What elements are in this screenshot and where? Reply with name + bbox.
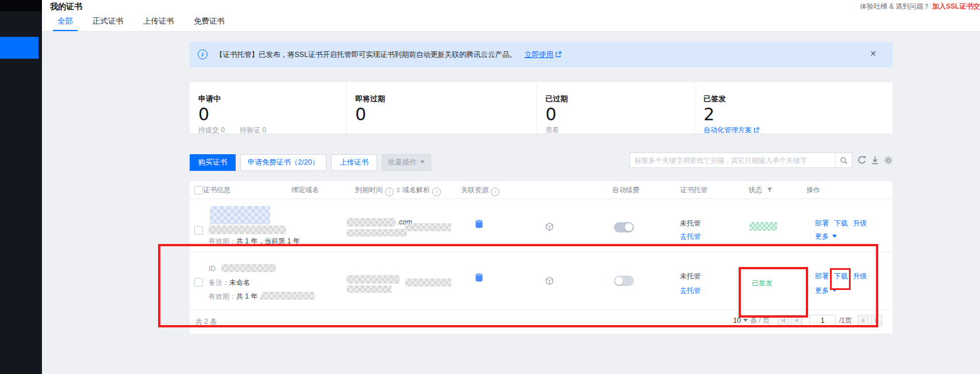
last-page-button[interactable] <box>871 315 882 326</box>
info-icon[interactable]: i <box>491 188 499 196</box>
tab-uploaded-certs[interactable]: 上传证书 <box>143 13 174 31</box>
auto-renew-toggle[interactable] <box>614 222 634 232</box>
sidebar-item-active[interactable] <box>0 37 39 59</box>
download-icon[interactable] <box>870 155 880 165</box>
ssl-console-page: 我的证书 体验吐槽 & 遇到问题？ 加入SSL证书交流 全部 正式证书 上传证书… <box>0 0 980 374</box>
stat-value: 2 <box>704 105 893 124</box>
next-page-button[interactable] <box>858 315 869 326</box>
more-link[interactable]: 更多 <box>815 232 837 241</box>
auto-renew-toggle[interactable] <box>614 276 634 286</box>
remark-value: 未命名 <box>229 278 250 287</box>
cert-id-line: ID <box>209 265 216 273</box>
validity-value: 共 1 年，当前第 1 年 <box>236 237 300 245</box>
feedback-bar: 体验吐槽 & 遇到问题？ 加入SSL证书交流 <box>860 2 980 12</box>
sort-icon[interactable] <box>397 187 400 193</box>
status-badge: 已签发 <box>752 279 773 288</box>
dns-record-icon[interactable] <box>475 272 483 283</box>
tab-all[interactable]: 全部 <box>57 13 73 31</box>
sidebar <box>0 0 42 374</box>
gear-icon[interactable] <box>883 155 893 165</box>
stat-view-link[interactable]: 查看 <box>545 125 694 135</box>
hosting-action-link[interactable]: 去托管 <box>680 232 701 241</box>
col-dns: 域名解析i <box>402 181 441 199</box>
hosting-action-link[interactable]: 去托管 <box>680 287 701 295</box>
status-redacted <box>750 222 777 231</box>
validity-label: 有效期： <box>209 292 236 300</box>
banner-message: 【证书托管】已发布，将SSL证书开启托管即可实现证书到期前自动更新关联的腾讯云云… <box>216 51 517 59</box>
stat-label: 即将过期 <box>355 94 536 104</box>
upload-cert-button[interactable]: 上传证书 <box>331 154 377 171</box>
domain-redacted-2 <box>347 285 391 293</box>
banner-use-now-link[interactable]: 立即使用 <box>525 51 554 59</box>
page-total-label: /1页 <box>839 316 852 326</box>
search-input[interactable] <box>630 157 835 165</box>
hosting-status: 未托管 <box>680 272 701 281</box>
download-link[interactable]: 下载 <box>834 219 848 227</box>
stat-label: 已签发 <box>704 94 893 104</box>
stat-value: 0 <box>198 105 346 124</box>
row-checkbox[interactable] <box>194 226 203 235</box>
deploy-link[interactable]: 部署 <box>815 272 829 280</box>
stat-value: 0 <box>355 105 536 124</box>
chevron-down-icon <box>832 289 837 292</box>
upgrade-link[interactable]: 升级 <box>853 272 867 280</box>
select-all-checkbox[interactable] <box>194 186 203 194</box>
banner-text: 【证书托管】已发布，将SSL证书开启托管即可实现证书到期前自动更新关联的腾讯云云… <box>216 50 562 60</box>
row-checkbox[interactable] <box>194 278 203 287</box>
col-auto-renew: 自动续费 <box>612 181 640 199</box>
stat-label: 申请中 <box>198 94 346 104</box>
expiry-redacted <box>405 278 451 287</box>
stat-applying: 申请中 0 待提交 0待验证 0 <box>190 82 346 133</box>
toggle-knob <box>615 277 623 285</box>
prev-page-button[interactable] <box>791 315 802 326</box>
pagination-total: 共 2 条 <box>195 317 217 327</box>
remark-line: 备注：未命名 <box>209 278 250 287</box>
upgrade-link[interactable]: 升级 <box>853 219 867 227</box>
search-button[interactable] <box>835 153 852 167</box>
external-link-icon <box>754 127 759 133</box>
download-link[interactable]: 下载 <box>834 272 848 280</box>
more-label: 更多 <box>815 287 829 295</box>
page-size-select[interactable]: 10 <box>733 316 748 325</box>
feedback-link[interactable]: 加入SSL证书交流 <box>932 2 980 10</box>
pagination: 10 条 / 页 /1页 <box>733 314 882 327</box>
stat-automation-link[interactable]: 自动化管理方案 <box>704 125 893 135</box>
tab-paid-certs[interactable]: 正式证书 <box>93 13 124 31</box>
more-label: 更多 <box>815 232 829 241</box>
table-header-row: 证书信息 绑定域名 到期时间i 域名解析i 关联资源i 自动续费 证书托管 状态… <box>190 181 893 199</box>
stat-label: 已过期 <box>545 94 694 104</box>
info-icon[interactable]: i <box>385 188 394 196</box>
resource-hexagon-icon[interactable] <box>545 222 554 231</box>
first-page-button[interactable] <box>778 315 789 326</box>
close-icon[interactable]: ✕ <box>870 49 877 58</box>
stat-sub-pending: 待提交 0 <box>198 126 225 134</box>
resource-hexagon-icon[interactable] <box>545 276 554 285</box>
stat-value: 0 <box>545 105 694 124</box>
col-expiry: 到期时间i <box>355 181 400 199</box>
apply-free-cert-button[interactable]: 申请免费证书（2/20） <box>240 154 326 171</box>
search-icon <box>840 157 848 165</box>
more-link[interactable]: 更多 <box>815 287 837 295</box>
dns-record-icon[interactable] <box>475 219 483 230</box>
filter-icon[interactable] <box>767 187 773 193</box>
stat-issued: 已签发 2 自动化管理方案 <box>694 82 893 133</box>
validity-text: 有效期：共 1 年，当前第 1 年 <box>209 237 300 246</box>
info-icon[interactable]: i <box>432 188 441 196</box>
tab-bar: 全部 正式证书 上传证书 免费证书 <box>57 13 244 31</box>
buy-cert-button[interactable]: 购买证书 <box>190 154 236 171</box>
toggle-knob <box>625 223 633 231</box>
domain-redacted <box>347 218 395 227</box>
cert-name-redacted <box>210 206 270 224</box>
page-number-input[interactable] <box>809 315 836 326</box>
tab-free-certs[interactable]: 免费证书 <box>194 13 225 31</box>
validity-text: 有效期：共 1 年， <box>209 292 264 301</box>
deploy-link[interactable]: 部署 <box>815 219 829 227</box>
col-expiry-label: 到期时间 <box>355 186 383 194</box>
stat-expired: 已过期 0 查看 <box>536 82 694 133</box>
info-icon: i <box>198 49 207 59</box>
feedback-text: 体验吐槽 & 遇到问题？ <box>860 2 931 10</box>
batch-action-button[interactable]: 批量操作 <box>382 154 431 171</box>
chevron-down-icon <box>420 161 425 163</box>
refresh-icon[interactable] <box>857 155 867 165</box>
sidebar-top-band <box>0 0 42 12</box>
